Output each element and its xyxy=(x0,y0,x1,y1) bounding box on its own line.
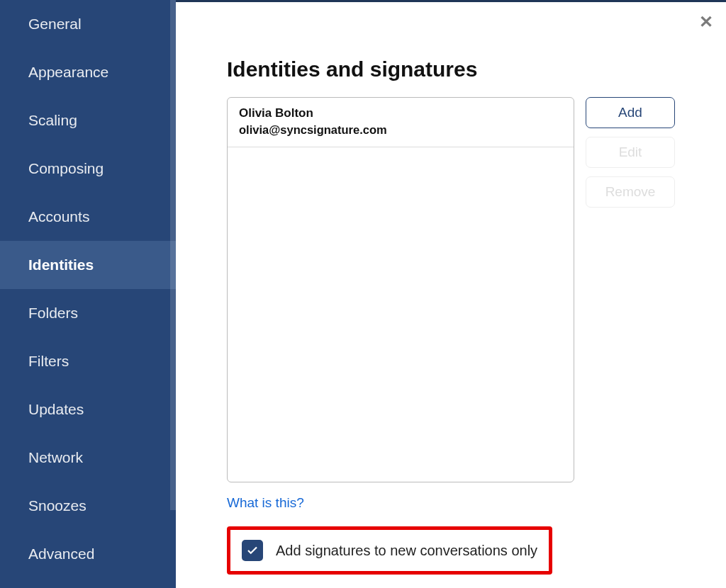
sidebar-item-filters[interactable]: Filters xyxy=(0,337,176,385)
identity-list[interactable]: Olivia Bolton olivia@syncsignature.com xyxy=(227,97,574,482)
sidebar-item-general[interactable]: General xyxy=(0,0,176,48)
checkbox-row-highlighted: Add signatures to new conversations only xyxy=(227,526,552,575)
remove-button: Remove xyxy=(586,176,675,208)
sidebar-item-updates[interactable]: Updates xyxy=(0,385,176,434)
sidebar-item-label: Folders xyxy=(28,305,78,321)
sidebar-item-label: Updates xyxy=(28,401,84,417)
edit-button: Edit xyxy=(586,137,675,168)
checkbox-label: Add signatures to new conversations only xyxy=(276,543,537,559)
sidebar-item-label: Scaling xyxy=(28,112,77,128)
sidebar-item-snoozes[interactable]: Snoozes xyxy=(0,482,176,530)
sidebar-item-appearance[interactable]: Appearance xyxy=(0,48,176,96)
checkmark-icon xyxy=(246,544,259,557)
add-button[interactable]: Add xyxy=(586,97,675,128)
help-link[interactable]: What is this? xyxy=(227,495,675,511)
sidebar-item-label: Filters xyxy=(28,353,69,369)
identity-name: Olivia Bolton xyxy=(239,106,562,120)
sidebar-item-label: Advanced xyxy=(28,545,94,562)
sidebar-item-label: Identities xyxy=(28,256,94,273)
settings-sidebar: General Appearance Scaling Composing Acc… xyxy=(0,0,176,588)
close-icon[interactable]: ✕ xyxy=(699,12,713,32)
sidebar-item-label: Accounts xyxy=(28,208,89,225)
signatures-new-only-checkbox[interactable] xyxy=(242,540,263,561)
identity-section: Olivia Bolton olivia@syncsignature.com A… xyxy=(227,97,675,482)
identity-email: olivia@syncsignature.com xyxy=(239,123,562,137)
sidebar-item-composing[interactable]: Composing xyxy=(0,145,176,193)
sidebar-item-label: Composing xyxy=(28,160,104,176)
sidebar-item-label: Network xyxy=(28,449,83,465)
sidebar-item-label: Appearance xyxy=(28,64,108,80)
sidebar-item-label: Snoozes xyxy=(28,497,86,514)
sidebar-item-accounts[interactable]: Accounts xyxy=(0,193,176,241)
sidebar-item-advanced[interactable]: Advanced xyxy=(0,530,176,578)
sidebar-item-identities[interactable]: Identities xyxy=(0,241,176,289)
sidebar-item-scaling[interactable]: Scaling xyxy=(0,96,176,145)
page-title: Identities and signatures xyxy=(227,57,675,81)
identity-item[interactable]: Olivia Bolton olivia@syncsignature.com xyxy=(228,98,574,147)
identity-buttons: Add Edit Remove xyxy=(586,97,675,208)
main-panel: ✕ Identities and signatures Olivia Bolto… xyxy=(176,0,726,588)
sidebar-item-label: General xyxy=(28,16,82,32)
sidebar-scrollbar[interactable] xyxy=(170,0,176,510)
sidebar-item-network[interactable]: Network xyxy=(0,434,176,482)
sidebar-item-folders[interactable]: Folders xyxy=(0,289,176,337)
